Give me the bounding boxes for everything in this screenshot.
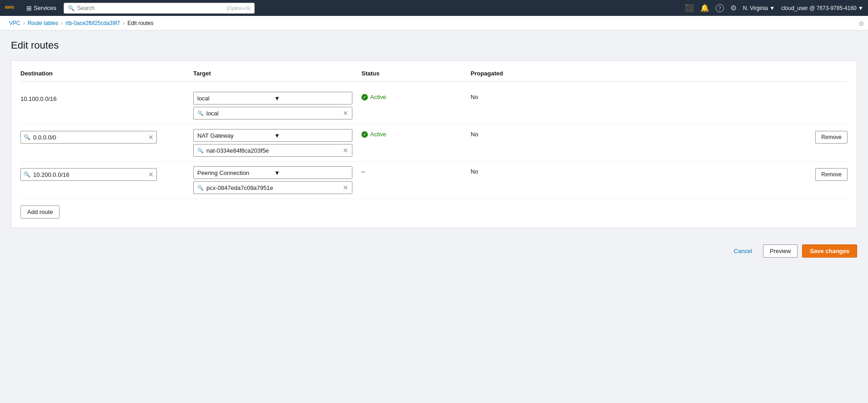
page-settings-icon[interactable]: ⚙ — [858, 20, 864, 27]
status-text-1: Active — [370, 94, 386, 100]
question-icon[interactable]: ? — [716, 4, 724, 12]
destination-clear-2[interactable]: ✕ — [148, 134, 154, 140]
target-search-2[interactable]: 🔍 ✕ — [193, 144, 352, 157]
target-search-input-1[interactable] — [206, 110, 340, 117]
target-clear-icon-3[interactable]: ✕ — [343, 184, 348, 191]
remove-button-2[interactable]: Remove — [815, 131, 848, 144]
search-shortcut: [Option+S] — [227, 5, 251, 11]
target-dropdown-value-1: local — [197, 95, 271, 102]
nav-right-icons: ⬛ 🔔 ? ⚙ N. Virginia ▼ cloud_user @ 7673-… — [685, 4, 863, 12]
destination-input-2[interactable]: 🔍 ✕ — [20, 131, 157, 144]
grid-icon: ⊞ — [26, 5, 32, 12]
status-dot-2 — [361, 131, 368, 138]
breadcrumb-vpc[interactable]: VPC — [9, 20, 20, 26]
table-row: 🔍 ✕ NAT Gateway ▼ 🔍 ✕ — [20, 124, 848, 162]
breadcrumb-rtb-id[interactable]: rtb-0ace2fbf25cda39f7 — [65, 20, 120, 26]
page-title: Edit routes — [11, 40, 857, 51]
propagated-value-1: No — [471, 94, 478, 100]
screen-icon[interactable]: ⬛ — [685, 4, 694, 12]
top-navigation: aws ⊞ Services 🔍 [Option+S] ⬛ 🔔 ? ⚙ N. V… — [0, 0, 868, 16]
status-badge-2: Active — [361, 131, 386, 138]
services-menu-button[interactable]: ⊞ Services — [23, 3, 60, 14]
routes-panel: Destination Target Status Propagated 10.… — [11, 60, 857, 228]
status-cell-3: – — [361, 166, 471, 175]
status-dash-3: – — [361, 168, 365, 175]
target-dropdown-3[interactable]: Peering Connection ▼ — [193, 166, 352, 179]
breadcrumb-sep-3: › — [123, 20, 125, 26]
target-search-1[interactable]: 🔍 ✕ — [193, 107, 352, 119]
table-row: 🔍 ✕ Peering Connection ▼ 🔍 ✕ – — [20, 162, 848, 199]
breadcrumb-route-tables[interactable]: Route tables — [28, 20, 58, 26]
destination-field-2[interactable] — [33, 134, 146, 141]
target-clear-icon-1[interactable]: ✕ — [343, 109, 348, 117]
propagated-cell-1: No — [471, 92, 848, 100]
target-dropdown-2[interactable]: NAT Gateway ▼ — [193, 129, 352, 142]
propagated-value-3: No — [471, 168, 478, 175]
breadcrumb: VPC › Route tables › rtb-0ace2fbf25cda39… — [9, 20, 154, 26]
remove-button-3[interactable]: Remove — [815, 168, 848, 181]
target-dropdown-value-3: Peering Connection — [197, 169, 271, 176]
status-text-2: Active — [370, 131, 386, 138]
target-search-icon-3: 🔍 — [197, 185, 204, 191]
breadcrumb-sep-2: › — [61, 20, 63, 26]
target-dropdown-value-2: NAT Gateway — [197, 132, 271, 139]
subnav: VPC › Route tables › rtb-0ace2fbf25cda39… — [0, 16, 868, 30]
dropdown-arrow-icon-2: ▼ — [274, 132, 348, 139]
propagated-cell-2: No Remove — [471, 129, 848, 144]
status-dot-1 — [361, 94, 368, 100]
save-changes-button[interactable]: Save changes — [802, 244, 857, 258]
table-row: 10.100.0.0/16 local ▼ 🔍 ✕ Active — [20, 87, 848, 124]
cancel-button[interactable]: Cancel — [728, 245, 758, 257]
aws-logo[interactable]: aws — [5, 3, 19, 13]
col-header-status: Status — [361, 70, 471, 77]
preview-button[interactable]: Preview — [763, 244, 798, 258]
target-search-icon-1: 🔍 — [197, 110, 204, 116]
main-content: Edit routes Destination Target Status Pr… — [0, 30, 868, 403]
add-route-button[interactable]: Add route — [20, 205, 60, 219]
dest-search-icon-2: 🔍 — [24, 134, 30, 140]
col-header-propagated: Propagated — [471, 70, 848, 77]
col-header-target: Target — [193, 70, 361, 77]
svg-text:aws: aws — [5, 4, 14, 10]
services-label: Services — [34, 5, 56, 11]
target-search-input-3[interactable] — [206, 184, 340, 191]
bell-icon[interactable]: 🔔 — [700, 4, 709, 12]
dest-search-icon-3: 🔍 — [24, 171, 30, 178]
status-badge-1: Active — [361, 94, 386, 100]
target-cell-3: Peering Connection ▼ 🔍 ✕ — [193, 166, 361, 194]
user-menu[interactable]: cloud_user @ 7673-9785-4160 ▼ — [781, 5, 863, 11]
region-selector[interactable]: N. Virginia ▼ — [743, 5, 775, 11]
status-cell-1: Active — [361, 92, 471, 100]
target-search-3[interactable]: 🔍 ✕ — [193, 181, 352, 194]
target-cell-1: local ▼ 🔍 ✕ — [193, 92, 361, 119]
target-search-input-2[interactable] — [206, 147, 340, 154]
destination-field-3[interactable] — [33, 171, 146, 178]
status-cell-2: Active — [361, 129, 471, 138]
propagated-cell-3: No Remove — [471, 166, 848, 181]
search-input[interactable] — [77, 5, 224, 11]
destination-cell-2: 🔍 ✕ — [20, 129, 193, 144]
search-icon: 🔍 — [68, 5, 75, 11]
target-dropdown-1[interactable]: local ▼ — [193, 92, 352, 104]
propagated-value-2: No — [471, 131, 478, 138]
footer-actions: Cancel Preview Save changes — [11, 237, 857, 258]
target-search-icon-2: 🔍 — [197, 148, 204, 154]
destination-cell-1: 10.100.0.0/16 — [20, 92, 193, 102]
destination-value-1: 10.100.0.0/16 — [20, 94, 57, 102]
add-route-label: Add route — [27, 209, 53, 215]
breadcrumb-sep-1: › — [23, 20, 25, 26]
target-clear-icon-2[interactable]: ✕ — [343, 147, 348, 154]
destination-input-3[interactable]: 🔍 ✕ — [20, 168, 157, 181]
global-search[interactable]: 🔍 [Option+S] — [64, 3, 255, 14]
destination-cell-3: 🔍 ✕ — [20, 166, 193, 181]
dropdown-arrow-icon-1: ▼ — [274, 95, 348, 102]
col-header-destination: Destination — [20, 70, 193, 77]
dropdown-arrow-icon-3: ▼ — [274, 169, 348, 176]
destination-clear-3[interactable]: ✕ — [148, 171, 154, 178]
settings-icon[interactable]: ⚙ — [730, 4, 737, 12]
breadcrumb-current: Edit routes — [127, 20, 153, 26]
target-cell-2: NAT Gateway ▼ 🔍 ✕ — [193, 129, 361, 157]
table-header: Destination Target Status Propagated — [20, 70, 848, 82]
